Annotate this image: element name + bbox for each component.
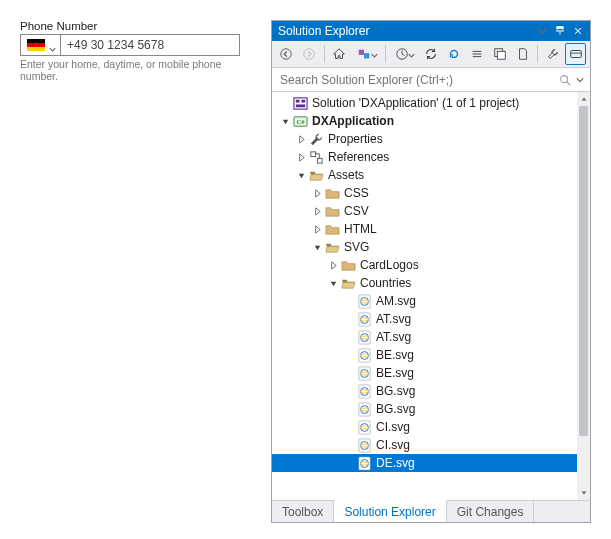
tree-item-label: CI.svg	[376, 420, 410, 434]
tree-item-label: CI.svg	[376, 438, 410, 452]
toolbar	[272, 41, 590, 68]
expand-collapse-icon[interactable]	[310, 243, 324, 252]
tree-row[interactable]: Countries	[272, 274, 590, 292]
nav-back-button[interactable]	[276, 43, 297, 65]
tree-item-label: CSV	[344, 204, 369, 218]
expand-collapse-icon[interactable]	[294, 153, 308, 162]
panel-menu-button[interactable]	[534, 23, 550, 39]
search-row	[272, 68, 590, 92]
tree-item-label: SVG	[344, 240, 369, 254]
tree-row[interactable]: Assets	[272, 166, 590, 184]
expand-collapse-icon[interactable]	[310, 207, 324, 216]
tree-row[interactable]: AT.svg	[272, 328, 590, 346]
tree-row[interactable]: AM.svg	[272, 292, 590, 310]
panel-tab[interactable]: Solution Explorer	[334, 500, 446, 522]
phone-input[interactable]	[61, 35, 239, 55]
toolbar-separator	[324, 45, 325, 63]
tree-row[interactable]: HTML	[272, 220, 590, 238]
svgfile-icon	[356, 347, 372, 363]
scroll-down-button[interactable]	[577, 486, 590, 500]
svg-rect-21	[27, 39, 45, 43]
scrollbar[interactable]	[577, 92, 590, 500]
expand-collapse-icon[interactable]	[294, 171, 308, 180]
toolbar-separator	[537, 45, 538, 63]
expand-collapse-icon[interactable]	[310, 189, 324, 198]
pending-changes-button[interactable]	[390, 43, 419, 65]
tree-row[interactable]: Properties	[272, 130, 590, 148]
switch-views-button[interactable]	[352, 43, 381, 65]
tree-row[interactable]: CI.svg	[272, 436, 590, 454]
tree-row[interactable]: CSV	[272, 202, 590, 220]
folder-icon	[324, 185, 340, 201]
phone-form: Phone Number Enter your home, daytime, o…	[20, 20, 240, 82]
phone-hint: Enter your home, daytime, or mobile phon…	[20, 58, 240, 82]
expand-collapse-icon[interactable]	[278, 117, 292, 126]
tree-row[interactable]: CardLogos	[272, 256, 590, 274]
solution-explorer-panel: Solution Explorer Solution 'DXApplicatio…	[271, 20, 591, 523]
tree-row[interactable]: SVG	[272, 238, 590, 256]
tree-row[interactable]: BE.svg	[272, 364, 590, 382]
scroll-up-button[interactable]	[577, 92, 590, 106]
tree-item-label: AM.svg	[376, 294, 416, 308]
svgfile-icon	[356, 419, 372, 435]
svgfile-icon	[356, 365, 372, 381]
folder-icon	[324, 203, 340, 219]
country-select[interactable]	[21, 35, 61, 55]
collapse-all-button[interactable]	[466, 43, 487, 65]
expand-collapse-icon[interactable]	[326, 279, 340, 288]
scroll-track[interactable]	[577, 106, 590, 486]
svgfile-icon	[356, 401, 372, 417]
view-file-button[interactable]	[512, 43, 533, 65]
home-button[interactable]	[329, 43, 350, 65]
tree-row[interactable]: AT.svg	[272, 310, 590, 328]
nav-forward-button[interactable]	[299, 43, 320, 65]
tree-row[interactable]: References	[272, 148, 590, 166]
show-all-files-button[interactable]	[489, 43, 510, 65]
expand-collapse-icon[interactable]	[310, 225, 324, 234]
tree-item-label: Solution 'DXApplication' (1 of 1 project…	[312, 96, 519, 110]
svgfile-icon	[356, 455, 372, 471]
folder-icon	[324, 221, 340, 237]
sync-button[interactable]	[420, 43, 441, 65]
tree-row[interactable]: CI.svg	[272, 418, 590, 436]
tree-item-label: CardLogos	[360, 258, 419, 272]
refresh-button[interactable]	[443, 43, 464, 65]
phone-input-row	[20, 34, 240, 56]
tree-row[interactable]: DXApplication	[272, 112, 590, 130]
expand-collapse-icon[interactable]	[294, 135, 308, 144]
tree-row[interactable]: BE.svg	[272, 346, 590, 364]
search-options-icon[interactable]	[576, 73, 584, 87]
search-input[interactable]	[278, 72, 558, 88]
tree-row[interactable]: BG.svg	[272, 382, 590, 400]
tree-item-label: BG.svg	[376, 384, 415, 398]
csproj-icon	[292, 113, 308, 129]
preview-selected-button[interactable]	[565, 43, 586, 65]
scroll-thumb[interactable]	[579, 106, 588, 436]
flag-de-icon	[27, 39, 45, 51]
toolbar-separator	[385, 45, 386, 63]
folder-open-icon	[324, 239, 340, 255]
tree-row[interactable]: CSS	[272, 184, 590, 202]
svgfile-icon	[356, 383, 372, 399]
panel-tab[interactable]: Git Changes	[447, 501, 535, 522]
svg-rect-22	[27, 43, 45, 47]
panel-close-button[interactable]	[570, 23, 586, 39]
panel-tab[interactable]: Toolbox	[272, 501, 334, 522]
expand-collapse-icon[interactable]	[326, 261, 340, 270]
properties-button[interactable]	[542, 43, 563, 65]
phone-label: Phone Number	[20, 20, 240, 32]
tree-item-label: References	[328, 150, 389, 164]
tree-item-label: Assets	[328, 168, 364, 182]
tree-row[interactable]: DE.svg	[272, 454, 590, 472]
tree-item-label: BG.svg	[376, 402, 415, 416]
wrench-icon	[308, 131, 324, 147]
svg-rect-23	[27, 47, 45, 51]
tree-row[interactable]: BG.svg	[272, 400, 590, 418]
folder-icon	[340, 257, 356, 273]
folder-open-icon	[340, 275, 356, 291]
panel-pin-button[interactable]	[552, 23, 568, 39]
search-icon	[558, 73, 572, 87]
tree-item-label: BE.svg	[376, 348, 414, 362]
tree-item-label: DXApplication	[312, 114, 394, 128]
tree-row[interactable]: Solution 'DXApplication' (1 of 1 project…	[272, 94, 590, 112]
